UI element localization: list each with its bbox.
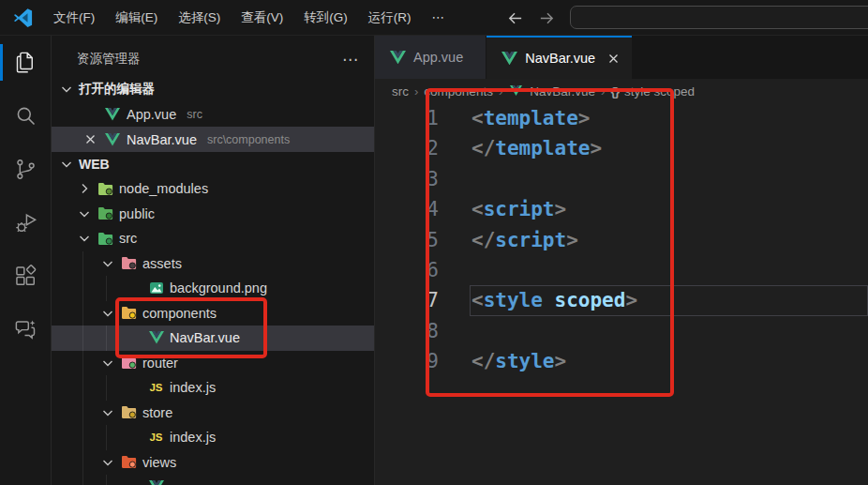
folder-icon (121, 405, 137, 420)
extensions-icon (13, 264, 38, 289)
code-editor[interactable]: 1<template>2</template>34<script>5</scri… (375, 103, 868, 485)
menu-item-5[interactable]: 运行(R) (358, 0, 422, 36)
explorer-title-label: 资源管理器 (77, 51, 141, 68)
line-number: 2 (375, 133, 439, 163)
activity-item-run-and-debug[interactable] (0, 196, 51, 250)
open-editors-label: 打开的编辑器 (79, 81, 155, 98)
menu-item-4[interactable]: 转到(G) (293, 0, 358, 36)
tree-item-index.js[interactable]: JSindex.js (52, 375, 374, 401)
activity-item-search[interactable] (0, 89, 51, 143)
chevron-right-icon[interactable] (77, 181, 92, 196)
open-editor-item-NavBar.vue[interactable]: NavBar.vuesrc\components (52, 127, 374, 152)
breadcrumb-item-2[interactable]: NavBar.vue (530, 84, 595, 99)
image-icon (148, 280, 164, 296)
vue-icon (390, 50, 406, 65)
tab-NavBar.vue[interactable]: NavBar.vue (486, 36, 632, 79)
line-number: 7 (375, 285, 439, 315)
chevron-down-icon (59, 82, 74, 97)
activity-item-explorer[interactable] (0, 36, 51, 89)
code-token: > (590, 137, 602, 159)
chat-sparkle-icon (13, 317, 38, 342)
forward-arrow-icon[interactable] (537, 8, 556, 27)
tree-item-views[interactable]: views (52, 450, 374, 476)
tree-item-label: components (142, 306, 217, 321)
activity-item-chat[interactable] (0, 303, 51, 356)
workspace-label: WEB (79, 157, 110, 172)
activity-item-extensions[interactable] (0, 250, 51, 303)
tree-item-assets[interactable]: assets (52, 251, 374, 277)
tree-item-background.png[interactable]: background.png (52, 276, 374, 301)
close-icon[interactable] (82, 132, 97, 147)
line-number: 9 (375, 346, 439, 376)
tree-item-label: index.js (170, 430, 216, 445)
chevron-down-icon[interactable] (100, 356, 115, 371)
code-token: < (471, 107, 484, 129)
open-editors-header[interactable]: 打开的编辑器 (52, 77, 374, 101)
menu-item-1[interactable]: 编辑(E) (105, 0, 168, 36)
open-editor-item-App.vue[interactable]: App.vuesrc (52, 101, 374, 127)
menu-bar: 文件(F)编辑(E)选择(S)查看(V)转到(G)运行(R)⋯ (43, 0, 455, 36)
code-token: </ (471, 137, 495, 159)
indent-guide (82, 351, 83, 376)
breadcrumb-item-0[interactable]: src (392, 84, 409, 99)
tree-item-components[interactable]: components (52, 301, 374, 326)
tree-item-store[interactable]: store (52, 401, 374, 426)
indent-guide (106, 276, 107, 301)
activity-item-source-control[interactable] (0, 143, 51, 196)
breadcrumb-item-1[interactable]: components (424, 84, 493, 99)
indent-guide (106, 326, 107, 351)
code-line-8: 8 (375, 316, 868, 346)
tab-App.vue[interactable]: App.vue (375, 36, 486, 79)
line-number: 8 (375, 316, 439, 346)
indent-guide (106, 475, 107, 485)
chevron-down-icon[interactable] (77, 206, 92, 221)
indent-guide (106, 425, 107, 450)
code-token: > (578, 107, 591, 129)
tree-item-public[interactable]: public (52, 202, 374, 227)
tree-item-router[interactable]: router (52, 351, 374, 376)
code-token: </ (471, 229, 495, 251)
menu-more[interactable]: ⋯ (422, 0, 456, 36)
line-content: </script> (471, 225, 578, 255)
search-icon (13, 103, 38, 129)
folder-icon (97, 206, 113, 221)
tree-item-index.js[interactable]: JSindex.js (52, 425, 374, 450)
chevron-down-icon[interactable] (100, 256, 115, 271)
back-arrow-icon[interactable] (505, 8, 524, 27)
line-number: 4 (375, 194, 439, 224)
tree-item-partial[interactable] (52, 475, 374, 485)
more-actions-icon[interactable]: ⋯ (342, 47, 359, 71)
chevron-down-icon[interactable] (100, 306, 115, 321)
chevron-separator-icon: › (414, 84, 418, 99)
chevron-down-icon[interactable] (100, 405, 115, 420)
close-icon[interactable] (606, 52, 621, 66)
menu-item-2[interactable]: 选择(S) (168, 0, 231, 36)
spacer (127, 380, 142, 395)
tree-item-node_modules[interactable]: node_modules (52, 176, 374, 202)
command-center-search[interactable] (570, 6, 868, 29)
tree-item-src[interactable]: src (52, 226, 374, 251)
chevron-down-icon[interactable] (100, 455, 115, 470)
menu-item-0[interactable]: 文件(F) (43, 0, 105, 36)
indent-guide (82, 326, 83, 351)
tree-item-label: src (119, 231, 137, 246)
workspace-header[interactable]: WEB (52, 152, 374, 176)
open-editor-label: NavBar.vue (127, 132, 197, 147)
indent-guide (106, 375, 107, 401)
breadcrumb-item-3[interactable]: style scoped (624, 84, 695, 99)
editor-tabs: App.vueNavBar.vue (375, 36, 868, 79)
line-content: <script> (471, 194, 566, 224)
tree-item-label: store (142, 405, 172, 420)
folder-icon (97, 181, 113, 196)
chevron-down-icon (59, 157, 74, 172)
menu-item-3[interactable]: 查看(V) (231, 0, 293, 36)
folder-icon (121, 256, 137, 271)
vue-icon (104, 132, 120, 147)
vue-icon (148, 479, 164, 485)
chevron-down-icon[interactable] (77, 231, 92, 246)
code-line-9: 9</style> (375, 346, 868, 376)
tree-item-label: assets (142, 256, 182, 271)
indent-guide (82, 475, 83, 485)
tree-item-NavBar.vue[interactable]: NavBar.vue (52, 326, 374, 351)
tree-item-label: background.png (170, 280, 267, 296)
